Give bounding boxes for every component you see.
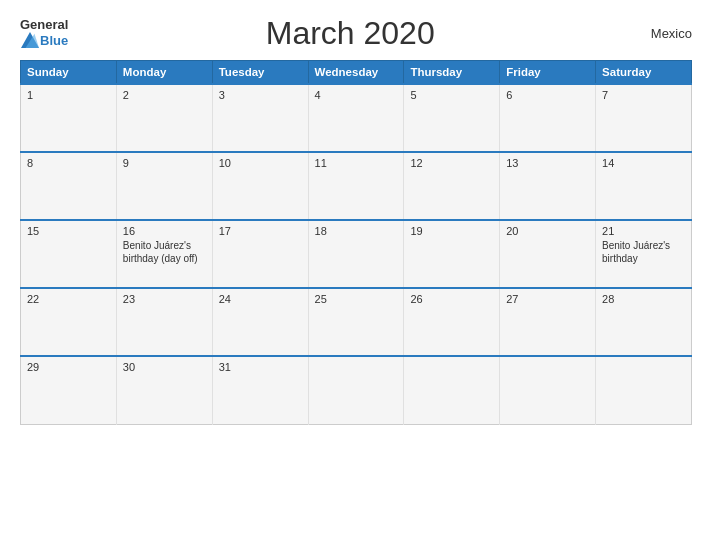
calendar-cell: 3	[212, 84, 308, 152]
day-number: 3	[219, 89, 302, 101]
calendar-cell: 14	[596, 152, 692, 220]
day-number: 7	[602, 89, 685, 101]
calendar-cell: 25	[308, 288, 404, 356]
calendar-cell: 20	[500, 220, 596, 288]
calendar-cell: 9	[116, 152, 212, 220]
calendar-cell: 11	[308, 152, 404, 220]
col-wednesday: Wednesday	[308, 61, 404, 85]
day-number: 16	[123, 225, 206, 237]
day-number: 17	[219, 225, 302, 237]
page: General Blue March 2020 Mexico Sunday Mo…	[0, 0, 712, 550]
day-number: 13	[506, 157, 589, 169]
day-number: 15	[27, 225, 110, 237]
day-number: 21	[602, 225, 685, 237]
day-number: 24	[219, 293, 302, 305]
col-friday: Friday	[500, 61, 596, 85]
calendar-event: Benito Juárez's birthday (day off)	[123, 239, 206, 265]
calendar-cell: 26	[404, 288, 500, 356]
col-monday: Monday	[116, 61, 212, 85]
day-number: 29	[27, 361, 110, 373]
calendar-cell: 29	[21, 356, 117, 424]
calendar-cell: 10	[212, 152, 308, 220]
calendar-cell: 21Benito Juárez's birthday	[596, 220, 692, 288]
day-number: 20	[506, 225, 589, 237]
day-number: 31	[219, 361, 302, 373]
day-number: 25	[315, 293, 398, 305]
calendar-cell: 12	[404, 152, 500, 220]
day-number: 18	[315, 225, 398, 237]
calendar-header-row: Sunday Monday Tuesday Wednesday Thursday…	[21, 61, 692, 85]
col-thursday: Thursday	[404, 61, 500, 85]
calendar-cell: 5	[404, 84, 500, 152]
calendar-cell: 8	[21, 152, 117, 220]
day-number: 10	[219, 157, 302, 169]
calendar-week-row: 293031	[21, 356, 692, 424]
calendar-week-row: 1234567	[21, 84, 692, 152]
day-number: 27	[506, 293, 589, 305]
day-number: 6	[506, 89, 589, 101]
logo: General Blue	[20, 18, 68, 49]
day-number: 30	[123, 361, 206, 373]
calendar-cell: 30	[116, 356, 212, 424]
calendar-cell: 19	[404, 220, 500, 288]
calendar-cell: 4	[308, 84, 404, 152]
calendar-week-row: 891011121314	[21, 152, 692, 220]
day-number: 26	[410, 293, 493, 305]
calendar-week-row: 22232425262728	[21, 288, 692, 356]
logo-general-text: General	[20, 18, 68, 31]
day-number: 8	[27, 157, 110, 169]
country-label: Mexico	[632, 26, 692, 41]
calendar-cell: 15	[21, 220, 117, 288]
calendar-cell: 17	[212, 220, 308, 288]
day-number: 12	[410, 157, 493, 169]
calendar-cell	[500, 356, 596, 424]
calendar-event: Benito Juárez's birthday	[602, 239, 685, 265]
day-number: 23	[123, 293, 206, 305]
calendar-cell	[596, 356, 692, 424]
col-sunday: Sunday	[21, 61, 117, 85]
day-number: 22	[27, 293, 110, 305]
calendar-cell: 18	[308, 220, 404, 288]
day-number: 2	[123, 89, 206, 101]
calendar-cell: 31	[212, 356, 308, 424]
calendar-cell: 7	[596, 84, 692, 152]
calendar-table: Sunday Monday Tuesday Wednesday Thursday…	[20, 60, 692, 425]
day-number: 9	[123, 157, 206, 169]
col-saturday: Saturday	[596, 61, 692, 85]
calendar-cell: 27	[500, 288, 596, 356]
calendar-cell: 1	[21, 84, 117, 152]
col-tuesday: Tuesday	[212, 61, 308, 85]
header: General Blue March 2020 Mexico	[20, 15, 692, 52]
logo-icon	[21, 31, 39, 49]
calendar-cell: 28	[596, 288, 692, 356]
calendar-cell: 23	[116, 288, 212, 356]
day-number: 19	[410, 225, 493, 237]
day-number: 1	[27, 89, 110, 101]
calendar-cell: 24	[212, 288, 308, 356]
day-number: 4	[315, 89, 398, 101]
calendar-cell: 13	[500, 152, 596, 220]
day-number: 11	[315, 157, 398, 169]
day-number: 28	[602, 293, 685, 305]
calendar-week-row: 1516Benito Juárez's birthday (day off)17…	[21, 220, 692, 288]
calendar-cell: 2	[116, 84, 212, 152]
calendar-cell: 6	[500, 84, 596, 152]
calendar-cell	[404, 356, 500, 424]
logo-blue-text: Blue	[40, 34, 68, 47]
calendar-title: March 2020	[68, 15, 632, 52]
day-number: 14	[602, 157, 685, 169]
calendar-cell	[308, 356, 404, 424]
day-number: 5	[410, 89, 493, 101]
calendar-cell: 16Benito Juárez's birthday (day off)	[116, 220, 212, 288]
calendar-cell: 22	[21, 288, 117, 356]
